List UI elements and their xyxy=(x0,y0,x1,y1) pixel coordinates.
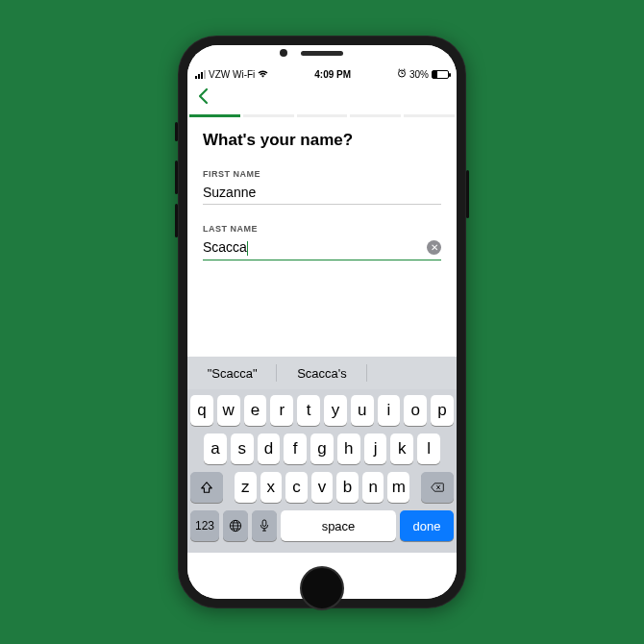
suggestion-bar: "Scacca" Scacca's xyxy=(187,357,457,389)
last-name-value: Scacca xyxy=(203,239,427,256)
battery-pct-label: 30% xyxy=(409,69,429,80)
signal-bars-icon xyxy=(195,70,206,79)
backspace-key[interactable] xyxy=(421,472,454,503)
key-p[interactable]: p xyxy=(431,395,454,426)
first-name-input[interactable]: Suzanne xyxy=(203,185,441,205)
last-name-input[interactable]: Scacca ✕ xyxy=(203,239,441,260)
screen: VZW Wi-Fi 4:09 PM 30% xyxy=(187,45,457,599)
dictation-key[interactable] xyxy=(252,510,277,541)
key-k[interactable]: k xyxy=(390,433,413,464)
key-s[interactable]: s xyxy=(231,433,254,464)
space-key[interactable]: space xyxy=(281,510,396,541)
key-c[interactable]: c xyxy=(285,472,308,503)
key-g[interactable]: g xyxy=(310,433,334,464)
key-e[interactable]: e xyxy=(244,395,267,426)
alarm-icon xyxy=(397,68,407,80)
key-w[interactable]: w xyxy=(217,395,240,426)
key-m[interactable]: m xyxy=(387,472,409,503)
done-key[interactable]: done xyxy=(400,510,454,541)
form-content: What's your name? FIRST NAME Suzanne LAS… xyxy=(187,117,457,357)
text-cursor xyxy=(247,241,248,256)
key-z[interactable]: z xyxy=(235,472,257,503)
nav-bar xyxy=(187,82,457,114)
key-n[interactable]: n xyxy=(362,472,384,503)
key-q[interactable]: q xyxy=(190,395,213,426)
volume-up-button[interactable] xyxy=(175,161,178,194)
phone-frame: VZW Wi-Fi 4:09 PM 30% xyxy=(178,36,466,608)
clock-label: 4:09 PM xyxy=(314,69,351,80)
key-j[interactable]: j xyxy=(364,433,387,464)
numbers-key[interactable]: 123 xyxy=(190,510,219,541)
first-name-value: Suzanne xyxy=(203,185,441,200)
suggestion-3[interactable] xyxy=(367,357,457,389)
mute-switch[interactable] xyxy=(175,122,178,141)
suggestion-1[interactable]: "Scacca" xyxy=(187,357,277,389)
key-f[interactable]: f xyxy=(284,433,307,464)
key-b[interactable]: b xyxy=(336,472,359,503)
key-x[interactable]: x xyxy=(260,472,283,503)
key-u[interactable]: u xyxy=(351,395,374,426)
key-o[interactable]: o xyxy=(404,395,427,426)
back-button[interactable] xyxy=(197,86,211,111)
carrier-label: VZW Wi-Fi xyxy=(209,69,255,80)
key-v[interactable]: v xyxy=(311,472,334,503)
key-l[interactable]: l xyxy=(417,433,440,464)
speaker-grille xyxy=(301,51,343,56)
key-a[interactable]: a xyxy=(204,433,227,464)
globe-key[interactable] xyxy=(223,510,248,541)
power-button[interactable] xyxy=(466,170,469,218)
key-i[interactable]: i xyxy=(378,395,401,426)
keyboard: "Scacca" Scacca's qwertyuiop asdfghjkl z… xyxy=(187,357,457,553)
front-camera xyxy=(280,49,287,57)
battery-icon xyxy=(432,70,449,79)
home-button[interactable] xyxy=(300,566,344,610)
first-name-label: FIRST NAME xyxy=(203,169,441,179)
shift-key[interactable] xyxy=(190,472,223,503)
volume-down-button[interactable] xyxy=(175,204,178,237)
suggestion-2[interactable]: Scacca's xyxy=(277,357,366,389)
key-t[interactable]: t xyxy=(297,395,320,426)
last-name-field: LAST NAME Scacca ✕ xyxy=(203,224,441,260)
key-y[interactable]: y xyxy=(324,395,347,426)
key-d[interactable]: d xyxy=(258,433,281,464)
page-title: What's your name? xyxy=(203,131,441,150)
first-name-field: FIRST NAME Suzanne xyxy=(203,169,441,205)
key-h[interactable]: h xyxy=(337,433,360,464)
key-r[interactable]: r xyxy=(270,395,293,426)
svg-rect-3 xyxy=(262,520,266,527)
clear-icon[interactable]: ✕ xyxy=(427,240,441,255)
wifi-icon xyxy=(258,69,268,80)
last-name-label: LAST NAME xyxy=(203,224,441,234)
